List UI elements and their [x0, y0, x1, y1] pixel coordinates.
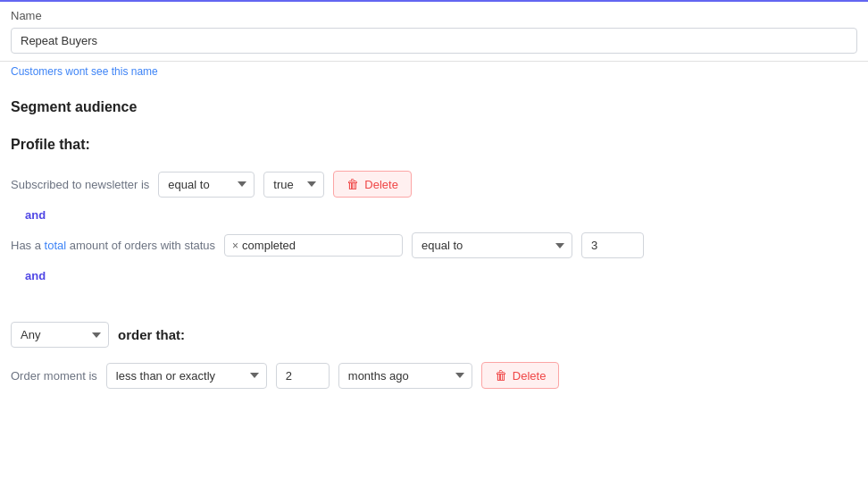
- name-hint: Customers wont see this name: [0, 62, 868, 85]
- status-tag-label: completed: [242, 239, 296, 252]
- segment-audience-title: Segment audience: [0, 85, 868, 122]
- order-condition-row: Order moment is less than or exactly mor…: [11, 362, 857, 389]
- newsletter-label: Subscribed to newsletter is: [11, 178, 149, 191]
- orders-condition-row: Has a total amount of orders with status…: [11, 232, 857, 258]
- order-period-select[interactable]: months ago days ago weeks ago years ago: [338, 363, 472, 389]
- order-operator-select[interactable]: less than or exactly more than exactly: [106, 363, 267, 389]
- order-that-label: order that:: [118, 327, 185, 342]
- name-section: Name: [0, 2, 868, 62]
- newsletter-operator-select[interactable]: equal to not equal to: [158, 172, 255, 198]
- order-trash-icon: 🗑: [495, 368, 507, 383]
- profile-section: Profile that: Subscribed to newsletter i…: [0, 122, 868, 307]
- profile-title: Profile that:: [11, 137, 857, 153]
- order-section: Any All order that: Order moment is less…: [0, 307, 868, 403]
- any-select-row: Any All order that:: [11, 322, 857, 348]
- newsletter-delete-button[interactable]: 🗑 Delete: [333, 171, 412, 198]
- newsletter-value-select[interactable]: true false: [263, 172, 324, 198]
- orders-operator-select[interactable]: equal to not equal to less than greater …: [412, 232, 572, 258]
- name-label: Name: [11, 9, 857, 22]
- name-input[interactable]: [11, 28, 857, 54]
- order-moment-label: Order moment is: [11, 369, 97, 383]
- and-label-1: and: [25, 208, 857, 222]
- newsletter-condition-row: Subscribed to newsletter is equal to not…: [11, 171, 857, 198]
- any-select[interactable]: Any All: [11, 322, 109, 348]
- status-tag: × completed: [232, 239, 296, 252]
- status-tag-input: × completed: [224, 234, 403, 257]
- and-label-2: and: [25, 269, 857, 282]
- status-tag-remove[interactable]: ×: [232, 240, 238, 252]
- trash-icon: 🗑: [346, 177, 359, 191]
- newsletter-delete-label: Delete: [364, 178, 398, 191]
- page: Name Customers wont see this name Segmen…: [0, 0, 868, 488]
- orders-value-input[interactable]: [581, 232, 644, 258]
- orders-label: Has a total amount of orders with status: [11, 239, 215, 252]
- total-link[interactable]: total: [45, 239, 67, 252]
- order-value-input[interactable]: [276, 363, 330, 389]
- order-delete-button[interactable]: 🗑 Delete: [481, 362, 560, 389]
- order-delete-label: Delete: [513, 369, 547, 383]
